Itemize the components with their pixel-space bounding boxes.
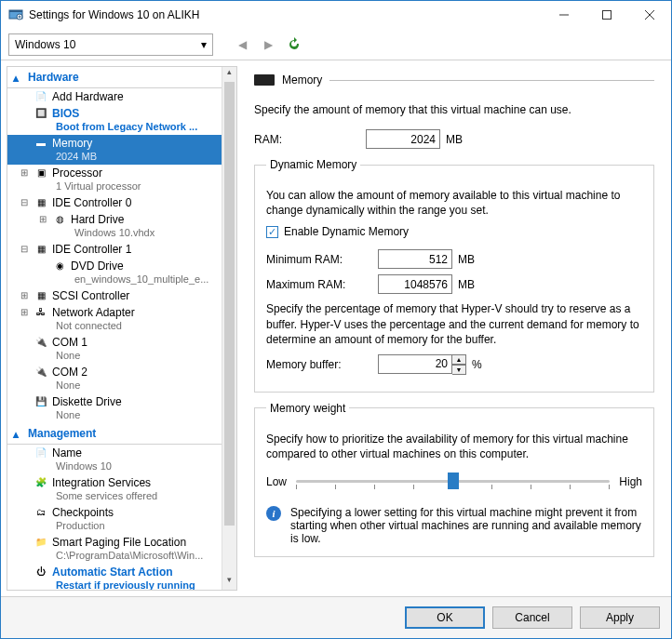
memory-settings-panel: Memory Specify the amount of memory that…	[237, 60, 671, 596]
port-icon: 🔌	[34, 336, 48, 349]
tree-item-bios[interactable]: 🔲BIOS Boot from Legacy Network ...	[7, 105, 236, 135]
max-ram-label: Maximum RAM:	[266, 278, 378, 291]
controller-icon: ▦	[34, 289, 48, 302]
port-icon: 🔌	[34, 366, 48, 379]
bios-icon: 🔲	[34, 107, 48, 120]
disk-icon: ◍	[52, 213, 67, 226]
tree-item-processor[interactable]: ⊞▣Processor 1 Virtual processor	[7, 165, 236, 194]
weight-description: Specify how to prioritize the availabili…	[266, 432, 642, 461]
maximize-button[interactable]	[585, 1, 628, 29]
scroll-up-icon[interactable]: ▴	[222, 67, 236, 82]
vm-selector-value: Windows 10	[15, 38, 75, 51]
buffer-input[interactable]	[378, 354, 452, 374]
caret-up-icon: ▴	[13, 72, 19, 85]
buffer-spin-up[interactable]: ▲	[452, 354, 466, 365]
network-icon: 🖧	[34, 306, 48, 319]
titlebar: Settings for Windows 10 on ALIKH	[1, 1, 671, 29]
add-hardware-icon: 📄	[34, 90, 48, 103]
tree-scrollbar[interactable]: ▴ ▾	[222, 67, 236, 590]
enable-dynamic-label: Enable Dynamic Memory	[284, 225, 409, 238]
buffer-label: Memory buffer:	[266, 358, 378, 371]
dynamic-memory-group: Dynamic Memory You can allow the amount …	[254, 158, 654, 393]
memory-description: Specify the amount of memory that this v…	[254, 103, 654, 116]
tree-item-memory[interactable]: ▬Memory 2024 MB	[7, 135, 236, 165]
caret-up-icon: ▴	[13, 428, 19, 441]
paging-icon: 📁	[34, 536, 48, 549]
apply-button[interactable]: Apply	[580, 606, 660, 629]
weight-info-text: Specifying a lower setting for this virt…	[290, 506, 642, 545]
tree-item-name[interactable]: 📄Name Windows 10	[7, 445, 236, 474]
info-icon: i	[266, 506, 281, 521]
tree-item-dvd[interactable]: ◉DVD Drive en_windows_10_multiple_e...	[7, 258, 236, 287]
ram-label: RAM:	[254, 133, 366, 146]
autostart-icon: ⏻	[34, 566, 48, 579]
enable-dynamic-checkbox[interactable]: ✓	[266, 226, 278, 238]
tree-item-diskette[interactable]: 💾Diskette Drive None	[7, 393, 236, 423]
dialog-footer: OK Cancel Apply	[1, 596, 671, 638]
tree-item-checkpoints[interactable]: 🗂Checkpoints Production	[7, 504, 236, 534]
min-ram-label: Minimum RAM:	[266, 253, 378, 266]
refresh-button[interactable]	[284, 34, 304, 55]
expander-icon[interactable]: ⊞	[19, 306, 30, 319]
floppy-icon: 💾	[34, 395, 48, 408]
app-icon	[8, 7, 23, 22]
tree-item-ide0[interactable]: ⊟▦IDE Controller 0	[7, 194, 236, 211]
cancel-button[interactable]: Cancel	[492, 606, 572, 629]
slider-high-label: High	[619, 475, 642, 488]
toolbar: Windows 10 ▾ ◀ ▶	[1, 29, 671, 60]
memory-icon: ▬	[34, 137, 48, 150]
tree-item-com2[interactable]: 🔌COM 2 None	[7, 364, 236, 393]
ram-unit: MB	[446, 133, 463, 146]
tree-item-ide1[interactable]: ⊟▦IDE Controller 1	[7, 241, 236, 258]
svg-rect-4	[603, 11, 612, 20]
controller-icon: ▦	[34, 243, 48, 256]
dvd-icon: ◉	[52, 260, 67, 273]
ok-button[interactable]: OK	[405, 606, 485, 629]
tree-item-scsi[interactable]: ⊞▦SCSI Controller	[7, 287, 236, 304]
min-ram-input[interactable]	[378, 249, 452, 269]
minimize-button[interactable]	[543, 1, 585, 29]
expander-icon[interactable]: ⊞	[37, 213, 48, 226]
ram-input[interactable]	[366, 129, 440, 149]
services-icon: 🧩	[34, 476, 48, 489]
window-title: Settings for Windows 10 on ALIKH	[29, 8, 543, 21]
tree-item-integration[interactable]: 🧩Integration Services Some services offe…	[7, 474, 236, 504]
memory-weight-group: Memory weight Specify how to prioritize …	[254, 402, 654, 557]
chevron-down-icon: ▾	[201, 38, 207, 51]
memory-weight-legend: Memory weight	[266, 402, 349, 415]
dynamic-memory-description: You can allow the amount of memory avail…	[266, 188, 642, 218]
checkpoint-icon: 🗂	[34, 506, 48, 519]
tree-item-hard-drive[interactable]: ⊞◍Hard Drive Windows 10.vhdx	[7, 211, 236, 241]
cpu-icon: ▣	[34, 166, 48, 180]
memory-panel-icon	[254, 74, 275, 86]
slider-low-label: Low	[266, 475, 287, 488]
section-hardware[interactable]: ▴ Hardware	[7, 67, 236, 88]
name-icon: 📄	[34, 446, 48, 459]
tree-item-auto-start[interactable]: ⏻Automatic Start Action Restart if previ…	[7, 564, 236, 591]
svg-rect-1	[9, 10, 22, 12]
tree-item-network[interactable]: ⊞🖧Network Adapter Not connected	[7, 304, 236, 334]
expander-icon[interactable]: ⊞	[19, 289, 30, 302]
tree-item-smart-paging[interactable]: 📁Smart Paging File Location C:\ProgramDa…	[7, 534, 236, 564]
max-ram-input[interactable]	[378, 274, 452, 294]
vm-selector-dropdown[interactable]: Windows 10 ▾	[8, 33, 213, 56]
buffer-spin-down[interactable]: ▼	[452, 365, 466, 375]
close-button[interactable]	[628, 1, 671, 29]
dynamic-memory-legend: Dynamic Memory	[266, 158, 360, 171]
weight-slider[interactable]	[296, 471, 610, 493]
controller-icon: ▦	[34, 196, 48, 209]
nav-forward-button[interactable]: ▶	[258, 34, 278, 55]
expander-icon[interactable]: ⊟	[19, 243, 30, 256]
tree-item-add-hardware[interactable]: 📄Add Hardware	[7, 88, 236, 105]
expander-icon[interactable]: ⊞	[19, 166, 30, 180]
buffer-description: Specify the percentage of memory that Hy…	[266, 301, 642, 347]
panel-title: Memory	[282, 73, 322, 87]
tree-item-com1[interactable]: 🔌COM 1 None	[7, 334, 236, 364]
nav-back-button[interactable]: ◀	[232, 34, 252, 55]
expander-icon[interactable]: ⊟	[19, 196, 30, 209]
section-management[interactable]: ▴ Management	[7, 423, 236, 445]
slider-thumb[interactable]	[448, 473, 459, 489]
scroll-down-icon[interactable]: ▾	[222, 575, 236, 590]
settings-tree: ▴ Hardware 📄Add Hardware 🔲BIOS Boot from…	[7, 66, 237, 591]
